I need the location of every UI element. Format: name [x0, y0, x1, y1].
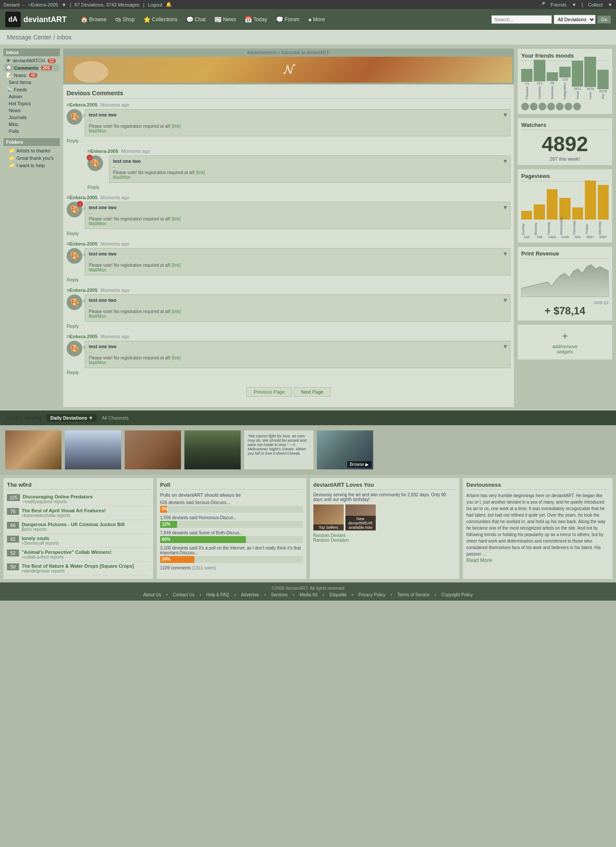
nav-more[interactable]: ●More	[305, 14, 329, 25]
footer-privacy[interactable]: Privacy Policy	[358, 592, 385, 597]
footer-about[interactable]: About Us	[143, 592, 161, 597]
pv-label-fri: Friday	[585, 223, 596, 235]
sidebar-news[interactable]: News	[3, 107, 60, 114]
footer-contact[interactable]: Contact Us	[173, 592, 194, 597]
footer-copyright[interactable]: Copyright Policy	[442, 592, 473, 597]
search-go-button[interactable]: Go	[597, 16, 611, 23]
reply-link-1[interactable]: Reply	[67, 138, 510, 143]
nav-browse[interactable]: 🏠Browse	[77, 14, 110, 25]
reply-link-6[interactable]: Reply	[67, 370, 510, 375]
friends-arrow[interactable]: ▼	[572, 2, 577, 7]
comment-vote-link-2[interactable]: [link]	[196, 170, 205, 175]
sidebar-notes[interactable]: 📝 Notes 48	[3, 71, 60, 79]
sidebar-feeds[interactable]: 📡 Feeds	[3, 86, 60, 93]
sidebar-comments[interactable]: 💬 Comments 201	[3, 64, 60, 71]
dd-thumb-2[interactable]	[65, 430, 121, 469]
word-item-info-2: The Best of April Visual Art Features! ≈…	[22, 508, 106, 518]
expand-button-3[interactable]: ▼	[502, 204, 508, 211]
da-thumb-newwear[interactable]: New deviantWEAR available now	[345, 504, 376, 530]
word-title-5[interactable]: "Animal's Perspective" Collab Winners!	[22, 550, 111, 555]
word-title-4[interactable]: lonely souls	[22, 536, 59, 541]
comment-mail-5[interactable]: Mail/Mon	[89, 314, 506, 319]
expand-button-5[interactable]: ▼	[502, 297, 508, 304]
footer-advertise[interactable]: Advertise	[241, 592, 259, 597]
next-page-button[interactable]: Next Page	[294, 387, 331, 397]
dd-browse-button[interactable]: Browse ▶	[347, 461, 371, 468]
reply-link-5[interactable]: Reply	[67, 323, 510, 329]
comment-vote-link-5[interactable]: [link]	[172, 309, 181, 314]
add-remove-widget-button[interactable]: + add/remove widgets	[517, 324, 613, 360]
user-link[interactable]: =Enkera-2005	[28, 2, 58, 7]
expand-button-2[interactable]: ▼	[502, 158, 508, 165]
nav-today[interactable]: 📅Today	[241, 14, 271, 25]
nav-forum[interactable]: 💭Forum	[272, 14, 303, 25]
collect-link[interactable]: Collect	[588, 2, 603, 7]
word-title-1[interactable]: Discouraging Online Predators	[23, 494, 93, 499]
word-list: 125 Discouraging Online Predators ≈reali…	[7, 492, 150, 575]
dd-current-button[interactable]: Daily Deviations ▼	[47, 414, 97, 422]
collect-arrow[interactable]: ▼	[608, 2, 613, 7]
nav-news[interactable]: 📰News	[211, 14, 239, 25]
reply-link-2[interactable]: Reply	[87, 184, 510, 190]
dd-thumb-4[interactable]	[184, 430, 241, 469]
comment-username-6[interactable]: =Enkera-2005	[67, 334, 97, 339]
comment-mail-1[interactable]: Mail/Mon	[89, 129, 506, 133]
expand-button-4[interactable]: ▼	[502, 250, 508, 257]
footer-mediakit[interactable]: Media Kit	[300, 592, 318, 597]
comment-username-4[interactable]: =Enkera-2005	[67, 241, 97, 246]
search-input[interactable]	[491, 15, 552, 24]
dd-thumb-5[interactable]: Browse ▶	[317, 430, 373, 469]
nav-chat[interactable]: 💬Chat	[183, 14, 209, 25]
expand-button-6[interactable]: ▼	[502, 343, 508, 350]
comment-username-1[interactable]: =Enkera-2005	[67, 102, 97, 107]
comment-username-5[interactable]: =Enkera-2005	[67, 288, 97, 293]
search-select[interactable]: All Deviations	[554, 15, 596, 24]
sidebar-admin[interactable]: Admin	[3, 93, 60, 100]
sidebar-journals[interactable]: Journals	[3, 114, 60, 121]
expand-button-1[interactable]: ▼	[502, 111, 508, 118]
comment-username-2[interactable]: =Enkera-2005	[87, 149, 118, 154]
footer-etiquette[interactable]: Etiquette	[329, 592, 346, 597]
reply-link-4[interactable]: Reply	[67, 277, 510, 282]
pv-bar-wednesday	[559, 198, 570, 220]
dd-thumb-1[interactable]	[5, 430, 61, 469]
word-title-2[interactable]: The Best of April Visual Art Features!	[22, 508, 106, 513]
sidebar-polls[interactable]: Polls	[3, 128, 60, 135]
comment-vote-link-1[interactable]: [link]	[172, 124, 181, 129]
comment-mail-6[interactable]: Mail/Mon	[89, 360, 506, 365]
da-random-deviation-link[interactable]: Random Deviation	[313, 538, 456, 543]
user-arrow[interactable]: ▼	[61, 2, 66, 7]
read-more-link[interactable]: Read More	[466, 557, 492, 563]
logo[interactable]: dA deviantART	[5, 12, 67, 27]
friends-link[interactable]: Friends	[551, 2, 567, 7]
footer-help[interactable]: Help & FAQ	[206, 592, 229, 597]
prev-page-button[interactable]: Previous Page	[246, 387, 292, 397]
nav-collections[interactable]: ⭐Collections	[140, 14, 181, 25]
sidebar-folder-artists[interactable]: 📁 Artists to thanks	[3, 147, 60, 154]
reply-link-3[interactable]: Reply	[67, 231, 510, 236]
sidebar-sent-items[interactable]: Sent Items	[3, 79, 60, 86]
nav-shop[interactable]: 🛍Shop	[112, 14, 138, 25]
dd-thumb-3[interactable]	[125, 430, 181, 469]
word-title-3[interactable]: Dangerous Pictures - UK Criminal Justice…	[22, 522, 125, 527]
da-thumb-topsellers[interactable]: Top Sellers	[313, 504, 344, 530]
comment-mail-4[interactable]: Mail/Mon	[89, 268, 506, 272]
sidebar-misc[interactable]: Misc.	[3, 121, 60, 128]
footer-tos[interactable]: Terms of Service	[397, 592, 429, 597]
comment-mail-3[interactable]: Mail/Mon	[89, 221, 506, 226]
sidebar-folder-thanks[interactable]: 📁 Great thank you's	[3, 154, 60, 162]
comment-vote-link-3[interactable]: [link]	[172, 217, 181, 221]
sidebar-folder-help[interactable]: 📁 I want to help	[3, 162, 60, 169]
comment-vote-link-4[interactable]: [link]	[172, 263, 181, 268]
comment-username-3[interactable]: =Enkera-2005	[67, 195, 97, 200]
comment-mail-2[interactable]: Mail/Mon	[113, 175, 506, 180]
sidebar-deviantwatch[interactable]: 👁 deviantWATCH 32	[3, 57, 60, 64]
logout-link[interactable]: Logout	[148, 2, 162, 7]
da-random-deviant-link[interactable]: Random Deviant	[313, 533, 456, 538]
comment-vote-link-6[interactable]: [link]	[172, 356, 181, 360]
footer-services[interactable]: Services	[271, 592, 287, 597]
word-title-6[interactable]: The Best of Nature & Water Drops [Square…	[22, 563, 134, 569]
sidebar-hot-topics[interactable]: Hot Topics	[3, 100, 60, 107]
mood-count-joy: 2128	[599, 89, 607, 93]
dd-channels[interactable]: All Channels	[102, 415, 129, 420]
